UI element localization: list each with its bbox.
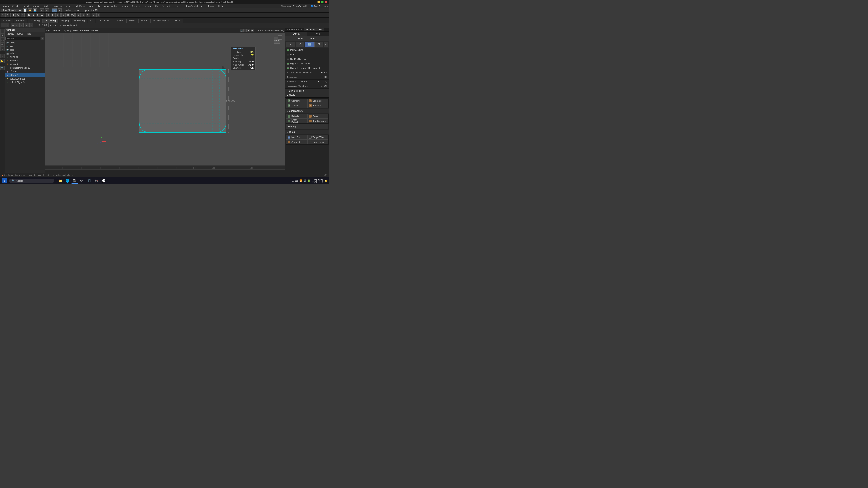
menu-deform[interactable]: Deform — [143, 5, 152, 8]
outliner-item-side[interactable]: 📷 side — [5, 52, 45, 55]
outliner-item-pcube1[interactable]: ◼ pCube1 — [5, 70, 45, 73]
menu-modify[interactable]: Modify — [32, 5, 40, 8]
poly-cube-btn[interactable]: ◼ — [31, 13, 35, 17]
tab-motion-graphics[interactable]: Motion Graphics — [150, 19, 172, 23]
iso-select-btn[interactable]: ⊙ — [25, 23, 29, 27]
mode-dropdown[interactable]: Poly Modeling — [1, 8, 22, 12]
tray-volume[interactable]: 🔊 — [303, 180, 307, 182]
outliner-item-front[interactable]: 📷 front — [5, 48, 45, 52]
vp-light-btn[interactable]: ☀ — [247, 29, 250, 32]
scale-btn[interactable]: ⤡ — [21, 13, 25, 17]
outliner-item-distdim2[interactable]: ↔ distanceDimension2 — [5, 66, 45, 70]
poly-mode-btn[interactable]: M — [52, 8, 57, 12]
taskbar-discord[interactable]: 💬 — [100, 177, 107, 184]
attr-editor-tab[interactable]: Attribute Editor — [285, 28, 304, 31]
vp-shadow-btn[interactable]: ◑ — [251, 29, 254, 32]
viewport[interactable]: View Shading Lighting Show Renderer Pane… — [45, 28, 285, 169]
snap-surface-btn[interactable]: ⬕ — [20, 23, 24, 27]
outliner-item-locator4[interactable]: ✛ locator4 — [5, 63, 45, 66]
target-weld-rp-btn[interactable]: Target Weld — [307, 135, 329, 140]
tab-fx-caching[interactable]: FX Caching — [96, 19, 113, 23]
undo-btn[interactable]: ↩ — [40, 8, 44, 12]
vertex-comp-btn[interactable] — [286, 42, 295, 47]
smooth-btn[interactable]: ≋ Smooth — [286, 103, 307, 108]
menu-flow[interactable]: Flow Graph Engine — [184, 5, 205, 8]
boolean-btn[interactable]: ⊞ Boolean — [307, 103, 329, 108]
tab-surfaces[interactable]: Surfaces — [13, 19, 27, 23]
maximize-button[interactable] — [321, 1, 324, 3]
poly-cyl-btn[interactable]: ⬬ — [36, 13, 40, 17]
search-tool-side[interactable]: 🔍 — [0, 66, 4, 70]
tab-sculpting[interactable]: Sculpting — [28, 19, 42, 23]
multi-cut-btn[interactable]: M — [66, 13, 70, 17]
timeline[interactable]: 1 10 20 30 40 50 60 70 80 90 100 120 — [23, 165, 308, 169]
measure-tool-side[interactable]: 📐 — [0, 59, 4, 63]
new-scene-btn[interactable]: 📄 — [23, 8, 27, 12]
extrude-btn[interactable]: ↑ Extrude — [286, 114, 307, 119]
save-btn[interactable]: 💾 — [33, 8, 37, 12]
vp-renderer-menu[interactable]: Renderer — [80, 29, 90, 32]
taskbar-maya[interactable]: 🎬 — [71, 177, 78, 184]
menu-surfaces[interactable]: Surfaces — [131, 5, 141, 8]
tab-xgen[interactable]: XGen — [172, 19, 183, 23]
smart-extrude-btn[interactable]: ⇑ Smart Extrude — [286, 119, 307, 123]
mirror-btn[interactable]: ⇔ — [92, 13, 96, 17]
rp-help-tab[interactable]: Help — [307, 32, 329, 36]
taskbar-search[interactable]: 🔍 Search — [9, 179, 54, 183]
modeling-toolkit-tab[interactable]: Modeling Toolkit — [304, 28, 324, 31]
tab-curves[interactable]: Curves — [1, 19, 13, 23]
snap-curve-btn[interactable]: ◡ — [15, 23, 19, 27]
outliner-item-pcube2[interactable]: ◼ pCube2 — [5, 73, 45, 77]
outliner-item-pplane1[interactable]: ▭ pPlane1 — [5, 55, 45, 59]
menu-curves[interactable]: Curves — [1, 5, 9, 8]
rp-object-tab[interactable]: Object — [285, 32, 307, 36]
taskbar-file-explorer[interactable]: 📁 — [57, 177, 63, 184]
sculpt-tool-side[interactable]: ◯ — [0, 38, 4, 42]
notification-btn[interactable]: 🔔 — [324, 180, 327, 182]
relax-tool-side[interactable]: ≋ — [0, 47, 4, 51]
face-comp-btn[interactable] — [305, 42, 314, 47]
outliner-item-defaultlightset[interactable]: * defaultLightSet — [5, 77, 45, 80]
vp-lighting-menu[interactable]: Lighting — [63, 29, 71, 32]
menu-create[interactable]: Create — [12, 5, 20, 8]
bevel-btn[interactable]: ◣ Bevel — [307, 114, 329, 119]
lasso-btn[interactable]: ⊙ — [5, 13, 9, 17]
select-mode-btn[interactable]: ⊞ — [58, 8, 62, 12]
edge-comp-btn[interactable] — [296, 42, 305, 47]
quad-draw-btn[interactable]: ✓ Quad Draw — [307, 140, 329, 144]
highlight-backfaces-check[interactable] — [287, 63, 289, 65]
taskbar-spotify[interactable]: 🎵 — [86, 177, 92, 184]
tray-arrow[interactable]: ∧ — [292, 180, 294, 182]
minimize-button[interactable] — [317, 1, 320, 3]
outliner-item-locator3[interactable]: ✛ locator3 — [5, 59, 45, 63]
bridge-tb-btn[interactable]: Br — [55, 13, 59, 17]
vp-cam-btn[interactable]: 📷 — [240, 29, 243, 32]
component-select-btn[interactable]: ↖ — [1, 23, 5, 27]
poly-plane-btn[interactable]: ▬ — [40, 13, 44, 17]
outliner-search-btn[interactable]: ⊕ — [41, 37, 44, 40]
menu-mesh-tools[interactable]: Mesh Tools — [88, 5, 100, 8]
move-btn[interactable]: ✚ — [11, 13, 16, 17]
combine-btn[interactable]: ⊕ Combine — [286, 98, 307, 103]
select-tool-side[interactable]: ↖ — [0, 29, 4, 33]
vp-view-menu[interactable]: View — [46, 29, 51, 32]
menu-help[interactable]: Help — [217, 5, 223, 8]
menu-display[interactable]: Display — [42, 5, 51, 8]
add-divisions-btn[interactable]: + Add Divisions — [307, 119, 329, 123]
combine-tb-btn[interactable]: ⊕ — [81, 13, 85, 17]
taskbar-store[interactable]: 🛍 — [79, 177, 85, 184]
redo-btn[interactable]: ↪ — [45, 8, 49, 12]
taskbar-steam[interactable]: 🎮 — [93, 177, 99, 184]
outliner-show-menu[interactable]: Show — [17, 33, 24, 35]
crease-tool-side[interactable]: 〜 — [0, 42, 4, 46]
snap-tool-side[interactable]: ⊕ — [0, 54, 4, 58]
rotate-btn[interactable]: ↻ — [16, 13, 20, 17]
tab-arnold[interactable]: Arnold — [126, 19, 138, 23]
loop-cut-btn[interactable]: L — [61, 13, 66, 17]
pick-marquee-radio[interactable] — [287, 49, 289, 51]
tab-uv-editing[interactable]: UV Editing — [42, 19, 58, 23]
select-tool-btn[interactable]: ↖ — [1, 13, 5, 17]
soft-select-btn[interactable]: ≈ — [29, 23, 33, 27]
outliner-help-menu[interactable]: Help — [25, 33, 31, 35]
tab-rigging[interactable]: Rigging — [59, 19, 71, 23]
